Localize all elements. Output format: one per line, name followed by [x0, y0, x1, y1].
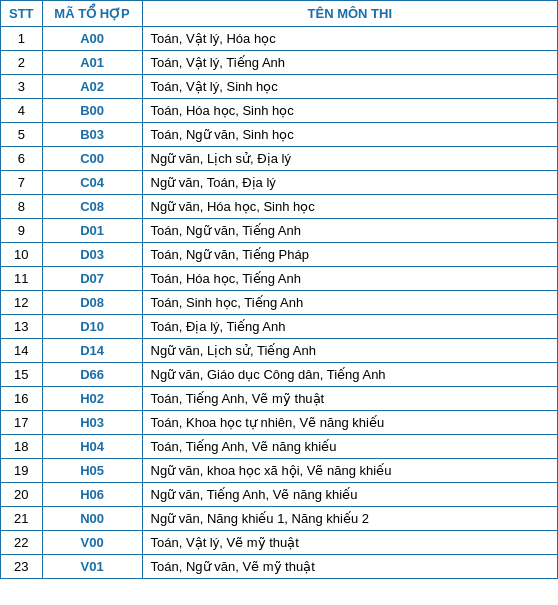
- table-row: 15D66Ngữ văn, Giáo dục Công dân, Tiếng A…: [1, 363, 558, 387]
- cell-ten: Toán, Ngữ văn, Sinh học: [142, 123, 557, 147]
- table-row: 20H06Ngữ văn, Tiếng Anh, Vẽ năng khiếu: [1, 483, 558, 507]
- table-row: 18H04Toán, Tiếng Anh, Vẽ năng khiếu: [1, 435, 558, 459]
- table-row: 2A01Toán, Vật lý, Tiếng Anh: [1, 51, 558, 75]
- table-row: 1A00Toán, Vật lý, Hóa học: [1, 27, 558, 51]
- cell-ten: Ngữ văn, Toán, Địa lý: [142, 171, 557, 195]
- cell-stt: 14: [1, 339, 43, 363]
- table-row: 10D03Toán, Ngữ văn, Tiếng Pháp: [1, 243, 558, 267]
- table-row: 22V00Toán, Vật lý, Vẽ mỹ thuật: [1, 531, 558, 555]
- table-row: 16H02Toán, Tiếng Anh, Vẽ mỹ thuật: [1, 387, 558, 411]
- cell-ma: C04: [42, 171, 142, 195]
- cell-ma: A00: [42, 27, 142, 51]
- cell-ten: Toán, Ngữ văn, Vẽ mỹ thuật: [142, 555, 557, 579]
- table-row: 17H03Toán, Khoa học tự nhiên, Vẽ năng kh…: [1, 411, 558, 435]
- cell-ten: Toán, Tiếng Anh, Vẽ mỹ thuật: [142, 387, 557, 411]
- cell-stt: 20: [1, 483, 43, 507]
- cell-ma: D03: [42, 243, 142, 267]
- cell-ten: Ngữ văn, Giáo dục Công dân, Tiếng Anh: [142, 363, 557, 387]
- cell-ten: Toán, Địa lý, Tiếng Anh: [142, 315, 557, 339]
- cell-ten: Toán, Vật lý, Hóa học: [142, 27, 557, 51]
- cell-stt: 4: [1, 99, 43, 123]
- cell-ma: D01: [42, 219, 142, 243]
- cell-ma: H03: [42, 411, 142, 435]
- cell-stt: 19: [1, 459, 43, 483]
- table-row: 14D14Ngữ văn, Lịch sử, Tiếng Anh: [1, 339, 558, 363]
- table-body: 1A00Toán, Vật lý, Hóa học2A01Toán, Vật l…: [1, 27, 558, 579]
- cell-ma: C08: [42, 195, 142, 219]
- header-ten: TÊN MÔN THI: [142, 1, 557, 27]
- cell-stt: 16: [1, 387, 43, 411]
- cell-ma: H05: [42, 459, 142, 483]
- cell-ma: A02: [42, 75, 142, 99]
- table-row: 5B03Toán, Ngữ văn, Sinh học: [1, 123, 558, 147]
- cell-stt: 10: [1, 243, 43, 267]
- main-container: STT MÃ TỔ HỢP TÊN MÔN THI 1A00Toán, Vật …: [0, 0, 558, 605]
- cell-stt: 21: [1, 507, 43, 531]
- cell-stt: 22: [1, 531, 43, 555]
- table-row: 12D08Toán, Sinh học, Tiếng Anh: [1, 291, 558, 315]
- table-row: 21N00Ngữ văn, Năng khiếu 1, Năng khiếu 2: [1, 507, 558, 531]
- cell-ma: A01: [42, 51, 142, 75]
- cell-ten: Toán, Ngữ văn, Tiếng Anh: [142, 219, 557, 243]
- cell-ten: Toán, Vật lý, Tiếng Anh: [142, 51, 557, 75]
- cell-ma: V01: [42, 555, 142, 579]
- header-stt: STT: [1, 1, 43, 27]
- cell-stt: 6: [1, 147, 43, 171]
- table-row: 7C04Ngữ văn, Toán, Địa lý: [1, 171, 558, 195]
- cell-stt: 18: [1, 435, 43, 459]
- table-row: 4B00Toán, Hóa học, Sinh học: [1, 99, 558, 123]
- cell-ma: H04: [42, 435, 142, 459]
- table-header-row: STT MÃ TỔ HỢP TÊN MÔN THI: [1, 1, 558, 27]
- cell-ma: D66: [42, 363, 142, 387]
- cell-ma: D07: [42, 267, 142, 291]
- table-row: 8C08Ngữ văn, Hóa học, Sinh học: [1, 195, 558, 219]
- cell-stt: 9: [1, 219, 43, 243]
- cell-stt: 3: [1, 75, 43, 99]
- cell-stt: 2: [1, 51, 43, 75]
- cell-stt: 5: [1, 123, 43, 147]
- header-ma: MÃ TỔ HỢP: [42, 1, 142, 27]
- cell-ma: D08: [42, 291, 142, 315]
- cell-ma: B00: [42, 99, 142, 123]
- cell-stt: 15: [1, 363, 43, 387]
- cell-ten: Toán, Sinh học, Tiếng Anh: [142, 291, 557, 315]
- table-row: 9D01Toán, Ngữ văn, Tiếng Anh: [1, 219, 558, 243]
- cell-ma: B03: [42, 123, 142, 147]
- cell-ten: Ngữ văn, Lịch sử, Địa lý: [142, 147, 557, 171]
- cell-ten: Ngữ văn, Tiếng Anh, Vẽ năng khiếu: [142, 483, 557, 507]
- cell-stt: 11: [1, 267, 43, 291]
- cell-ten: Toán, Khoa học tự nhiên, Vẽ năng khiếu: [142, 411, 557, 435]
- table-row: 6C00Ngữ văn, Lịch sử, Địa lý: [1, 147, 558, 171]
- cell-ten: Toán, Vật lý, Sinh học: [142, 75, 557, 99]
- cell-ten: Ngữ văn, Năng khiếu 1, Năng khiếu 2: [142, 507, 557, 531]
- cell-ma: V00: [42, 531, 142, 555]
- cell-ma: C00: [42, 147, 142, 171]
- cell-ma: H02: [42, 387, 142, 411]
- cell-ten: Toán, Tiếng Anh, Vẽ năng khiếu: [142, 435, 557, 459]
- cell-ten: Toán, Vật lý, Vẽ mỹ thuật: [142, 531, 557, 555]
- subject-table: STT MÃ TỔ HỢP TÊN MÔN THI 1A00Toán, Vật …: [0, 0, 558, 579]
- cell-stt: 8: [1, 195, 43, 219]
- cell-stt: 1: [1, 27, 43, 51]
- cell-ma: N00: [42, 507, 142, 531]
- cell-ten: Ngữ văn, Hóa học, Sinh học: [142, 195, 557, 219]
- cell-ma: D10: [42, 315, 142, 339]
- cell-ten: Toán, Ngữ văn, Tiếng Pháp: [142, 243, 557, 267]
- cell-ma: H06: [42, 483, 142, 507]
- cell-ten: Ngữ văn, khoa học xã hội, Vẽ năng khiếu: [142, 459, 557, 483]
- cell-stt: 12: [1, 291, 43, 315]
- cell-ten: Ngữ văn, Lịch sử, Tiếng Anh: [142, 339, 557, 363]
- cell-stt: 13: [1, 315, 43, 339]
- table-row: 3A02Toán, Vật lý, Sinh học: [1, 75, 558, 99]
- table-row: 11D07Toán, Hóa học, Tiếng Anh: [1, 267, 558, 291]
- cell-stt: 23: [1, 555, 43, 579]
- cell-stt: 7: [1, 171, 43, 195]
- table-row: 13D10Toán, Địa lý, Tiếng Anh: [1, 315, 558, 339]
- cell-ten: Toán, Hóa học, Sinh học: [142, 99, 557, 123]
- table-row: 19H05Ngữ văn, khoa học xã hội, Vẽ năng k…: [1, 459, 558, 483]
- table-row: 23V01Toán, Ngữ văn, Vẽ mỹ thuật: [1, 555, 558, 579]
- cell-ten: Toán, Hóa học, Tiếng Anh: [142, 267, 557, 291]
- cell-stt: 17: [1, 411, 43, 435]
- cell-ma: D14: [42, 339, 142, 363]
